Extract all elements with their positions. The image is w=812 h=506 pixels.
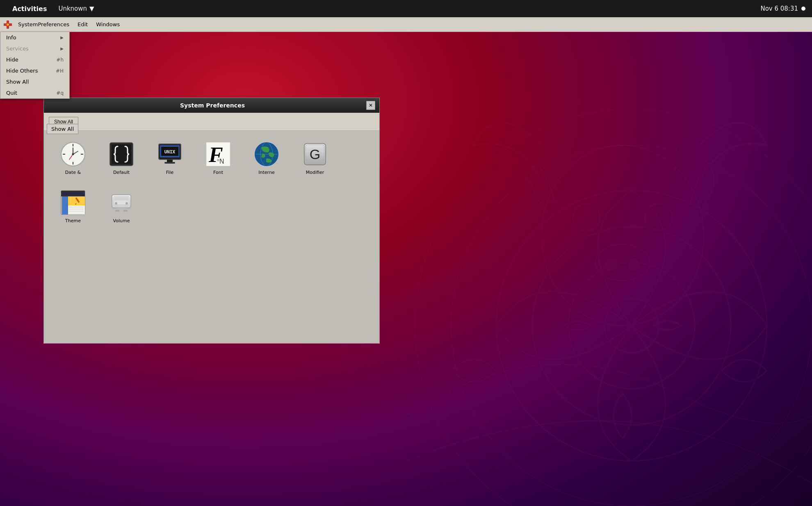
modifier-icon-svg: G: [302, 141, 328, 167]
dropdown-item-info[interactable]: Info ▶: [0, 32, 69, 43]
svg-rect-31: [167, 160, 173, 162]
dropdown-hide-others-shortcut: #H: [56, 68, 64, 74]
dropdown-hide-label: Hide: [6, 57, 18, 63]
dropdown-services-arrow: ▶: [60, 46, 64, 51]
dropdown-quit-shortcut: #q: [56, 90, 64, 96]
svg-point-9: [628, 259, 639, 270]
internet-icon-svg: [254, 141, 279, 167]
svg-rect-53: [62, 191, 84, 196]
dropdown-item-services[interactable]: Services ▶: [0, 43, 69, 54]
pref-icon-font[interactable]: F N o Font: [196, 137, 241, 182]
show-all-floating-button[interactable]: Show All: [47, 124, 78, 134]
dropdown-item-quit[interactable]: Quit #q: [0, 87, 69, 98]
svg-rect-50: [62, 196, 68, 214]
volume-icon-svg: [109, 190, 134, 215]
dropdown-hide-others-label: Hide Others: [6, 68, 38, 74]
dropdown-item-hide-others[interactable]: Hide Others #H: [0, 65, 69, 76]
appbar: SystemPreferences Edit Windows: [0, 17, 812, 32]
app-name-button[interactable]: Unknown ▼: [52, 2, 100, 15]
dropdown-item-show-all[interactable]: Show All: [0, 76, 69, 87]
default-icon-img: [108, 141, 135, 167]
internet-icon-img: [253, 141, 280, 167]
dropdown-item-hide[interactable]: Hide #h: [0, 54, 69, 65]
window-content: Date & Default: [44, 131, 379, 343]
font-icon-img: F N o: [205, 141, 231, 167]
app-dropdown-menu: Info ▶ Services ▶ Hide #h Hide Others #H…: [0, 32, 70, 99]
menubar-left: Activities Unknown ▼: [7, 2, 100, 15]
svg-text:UNIX: UNIX: [164, 149, 176, 155]
internet-icon-label: Interne: [258, 170, 274, 175]
status-indicator: [801, 7, 805, 11]
date-icon-img: [60, 141, 86, 167]
window-toolbar: Show All: [44, 113, 379, 131]
pref-icon-file[interactable]: UNIX File: [147, 137, 192, 182]
appbar-edit-menu[interactable]: Edit: [73, 20, 92, 29]
svg-rect-32: [164, 162, 175, 164]
datetime-label: Nov 6 08:31: [760, 5, 798, 12]
svg-rect-65: [115, 210, 119, 212]
svg-text:o: o: [217, 157, 219, 162]
dropdown-info-arrow: ▶: [60, 35, 64, 40]
desktop-pattern: [361, 55, 812, 506]
font-icon-label: Font: [213, 170, 223, 175]
pref-icon-internet[interactable]: Interne: [244, 137, 289, 182]
file-icon-svg: UNIX: [157, 141, 182, 167]
default-icon-svg: [109, 141, 134, 167]
theme-icon-svg: [60, 190, 86, 215]
window-title: System Preferences: [59, 102, 366, 109]
app-name-label: Unknown: [58, 5, 87, 12]
app-name-dropdown-arrow: ▼: [89, 5, 94, 12]
window-close-button[interactable]: ✕: [366, 101, 375, 110]
svg-rect-64: [117, 208, 126, 210]
dropdown-hide-shortcut: #h: [56, 57, 64, 63]
svg-rect-61: [114, 197, 128, 201]
volume-icon-label: Volume: [113, 218, 130, 223]
menubar-right: Nov 6 08:31: [760, 5, 805, 12]
svg-text:G: G: [310, 146, 320, 162]
modifier-icon-img: G: [302, 141, 328, 167]
svg-rect-25: [110, 143, 133, 166]
svg-point-24: [72, 153, 74, 155]
pref-icon-date[interactable]: Date &: [50, 137, 96, 182]
default-icon-label: Default: [113, 170, 130, 175]
file-icon-label: File: [166, 170, 173, 175]
svg-point-15: [7, 23, 9, 26]
volume-icon-img: [108, 189, 135, 216]
menubar: Activities Unknown ▼ Nov 6 08:31: [0, 0, 812, 17]
dropdown-quit-label: Quit: [6, 90, 17, 96]
pref-icon-modifier[interactable]: G Modifier: [292, 137, 338, 182]
pref-icon-theme[interactable]: Theme: [50, 186, 96, 231]
sysprefs-window: System Preferences ✕ Show All: [43, 98, 380, 344]
date-icon-svg: [60, 141, 86, 167]
appbar-windows-menu[interactable]: Windows: [92, 20, 124, 29]
theme-icon-img: [60, 189, 86, 216]
activities-button[interactable]: Activities: [7, 2, 52, 15]
svg-point-63: [125, 202, 128, 205]
svg-rect-66: [123, 210, 128, 212]
svg-rect-52: [68, 205, 85, 214]
svg-point-5: [573, 204, 600, 231]
sysprefs-icon-svg: [4, 21, 12, 29]
dropdown-show-all-label: Show All: [6, 79, 29, 85]
pref-icon-default[interactable]: Default: [99, 137, 144, 182]
file-icon-img: UNIX: [157, 141, 183, 167]
window-titlebar: System Preferences ✕: [44, 98, 379, 113]
modifier-icon-label: Modifier: [306, 170, 324, 175]
appbar-sysprefs-label[interactable]: SystemPreferences: [14, 20, 73, 29]
svg-point-62: [115, 202, 117, 205]
svg-point-8: [606, 259, 616, 270]
dropdown-services-label: Services: [6, 46, 29, 52]
date-icon-label: Date &: [65, 170, 81, 175]
app-icon: [3, 20, 12, 29]
dropdown-info-label: Info: [6, 34, 16, 41]
svg-text:N: N: [219, 158, 224, 165]
pref-icon-volume[interactable]: Volume: [99, 186, 144, 231]
theme-icon-label: Theme: [65, 218, 81, 223]
font-icon-svg: F N o: [205, 141, 231, 167]
